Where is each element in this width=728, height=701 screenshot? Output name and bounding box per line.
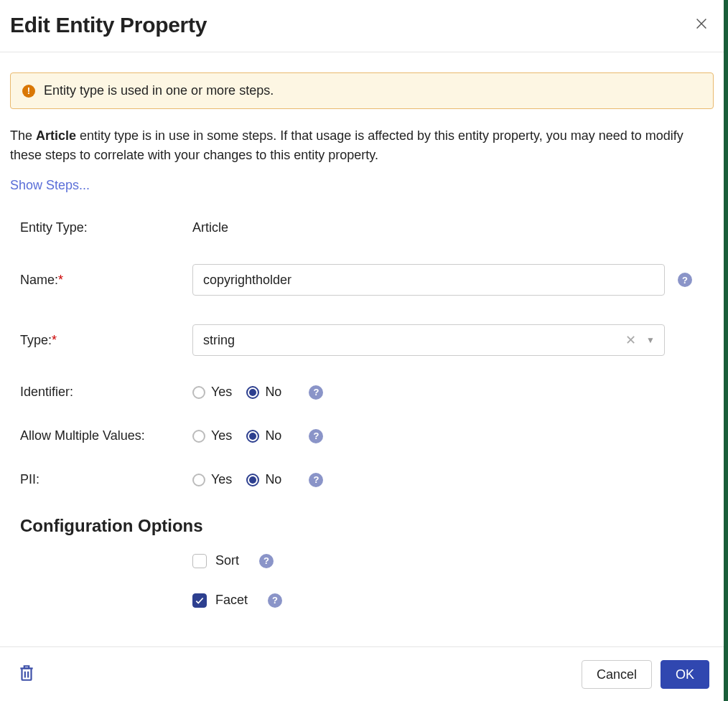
ok-button[interactable]: OK (661, 660, 709, 689)
configuration-options-heading: Configuration Options (20, 516, 714, 536)
identifier-label: Identifier: (20, 385, 192, 400)
help-icon[interactable]: ? (678, 273, 692, 287)
allow-multiple-row: Allow Multiple Values: Yes No ? (20, 428, 714, 443)
radio-icon (246, 430, 259, 443)
dialog-footer: Cancel OK (0, 646, 724, 701)
dialog-body: ! Entity type is used in one or more ste… (0, 52, 724, 646)
sort-row: Sort ? (20, 553, 714, 568)
help-icon[interactable]: ? (268, 593, 282, 608)
pii-row: PII: Yes No ? (20, 472, 714, 487)
entity-name-bold: Article (36, 128, 76, 143)
close-icon[interactable] (692, 16, 711, 34)
entity-type-row: Entity Type: Article (20, 220, 714, 235)
allow-multiple-label: Allow Multiple Values: (20, 428, 192, 443)
allow-multiple-no[interactable]: No (246, 428, 281, 443)
entity-type-value: Article (192, 220, 228, 235)
radio-icon (192, 430, 205, 443)
type-label: Type:* (20, 333, 192, 348)
facet-checkbox[interactable] (192, 593, 207, 608)
radio-icon (246, 474, 259, 486)
name-label: Name:* (20, 273, 192, 288)
warning-icon: ! (22, 85, 35, 98)
help-icon[interactable]: ? (309, 429, 323, 443)
warning-alert: ! Entity type is used in one or more ste… (10, 72, 714, 109)
chevron-down-icon[interactable]: ▼ (646, 335, 655, 345)
identifier-no[interactable]: No (246, 385, 281, 400)
help-icon[interactable]: ? (309, 473, 323, 487)
clear-icon[interactable]: ✕ (625, 332, 636, 348)
sort-checkbox[interactable] (192, 554, 207, 568)
pii-yes[interactable]: Yes (192, 472, 232, 487)
dialog-title: Edit Entity Property (10, 13, 207, 37)
pii-radio-group: Yes No ? (192, 472, 323, 487)
name-input[interactable] (192, 264, 665, 296)
delete-button[interactable] (17, 664, 36, 686)
description-text: The Article entity type is in use in som… (10, 126, 714, 165)
show-steps-link[interactable]: Show Steps... (10, 178, 90, 193)
help-icon[interactable]: ? (259, 554, 274, 568)
radio-icon (246, 386, 259, 399)
type-select[interactable]: ✕ ▼ (192, 324, 665, 356)
identifier-row: Identifier: Yes No ? (20, 385, 714, 400)
pii-no[interactable]: No (246, 472, 281, 487)
allow-multiple-yes[interactable]: Yes (192, 428, 232, 443)
type-row: Type:* ✕ ▼ (20, 324, 714, 356)
facet-row: Facet ? (20, 593, 714, 608)
pii-label: PII: (20, 472, 192, 487)
cancel-button[interactable]: Cancel (582, 660, 652, 689)
footer-actions: Cancel OK (582, 660, 709, 689)
radio-icon (192, 474, 205, 486)
identifier-yes[interactable]: Yes (192, 385, 232, 400)
edit-entity-property-dialog: Edit Entity Property ! Entity type is us… (0, 0, 728, 701)
name-row: Name:* ? (20, 264, 714, 296)
facet-label: Facet (215, 593, 248, 608)
form: Entity Type: Article Name:* ? Type:* ✕ ▼… (10, 220, 714, 608)
allow-multiple-radio-group: Yes No ? (192, 428, 323, 443)
radio-icon (192, 386, 205, 399)
sort-label: Sort (215, 553, 239, 568)
help-icon[interactable]: ? (309, 385, 323, 400)
identifier-radio-group: Yes No ? (192, 385, 323, 400)
type-select-value[interactable] (192, 324, 665, 356)
warning-text: Entity type is used in one or more steps… (44, 83, 274, 98)
entity-type-label: Entity Type: (20, 220, 192, 235)
dialog-header: Edit Entity Property (0, 0, 724, 52)
